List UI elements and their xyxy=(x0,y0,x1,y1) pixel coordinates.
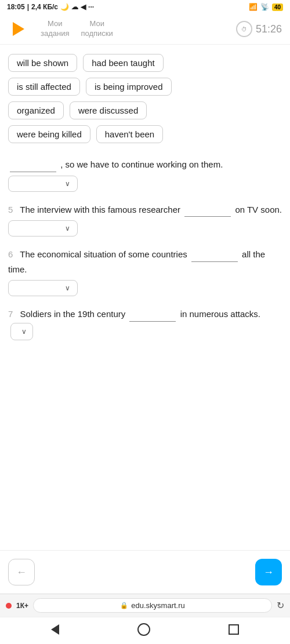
exercise-6-sentence: 6 The economical situation of some count… xyxy=(8,247,282,276)
status-right: 📶 📡 40 xyxy=(249,3,283,11)
exercises-area: , so we have to continue working on them… xyxy=(0,155,290,550)
dropdown-4[interactable]: ∨ xyxy=(8,176,78,192)
reload-button[interactable]: ↻ xyxy=(277,600,284,611)
dropdown-6[interactable]: ∨ xyxy=(8,280,78,296)
chip-will-be-shown[interactable]: will be shown xyxy=(8,54,77,72)
wifi-icon: 📡 xyxy=(260,3,269,11)
network-speed: | xyxy=(27,3,29,11)
app-logo[interactable] xyxy=(8,19,29,39)
my-subs-label: Мои xyxy=(89,19,104,29)
chips-row-4: were being killed haven't been xyxy=(8,125,282,143)
back-button[interactable]: ← xyxy=(8,559,35,585)
exercise-7-sentence: 7 Soldiers in the 19th century in numero… xyxy=(8,307,282,341)
cloud-icon: ☁ xyxy=(71,3,78,11)
exercise-5-number: 5 xyxy=(8,205,13,214)
signal-icon: 📶 xyxy=(249,3,258,11)
dropdown-7[interactable]: ∨ xyxy=(10,323,33,340)
browser-bar: 1К+ 🔒 edu.skysmart.ru ↻ xyxy=(0,594,290,617)
top-nav: Мои задания Мои подписки ⏱ 51:26 xyxy=(0,14,290,45)
exercise-4: , so we have to continue working on them… xyxy=(8,157,282,192)
chip-is-being-improved[interactable]: is being improved xyxy=(86,78,172,96)
recents-square-icon xyxy=(229,624,239,635)
blank-5 xyxy=(184,206,231,217)
android-home-button[interactable] xyxy=(137,623,150,636)
browser-dot xyxy=(6,603,12,609)
url-text: edu.skysmart.ru xyxy=(131,601,184,610)
android-back-button[interactable] xyxy=(51,624,59,635)
my-tasks-link[interactable]: Мои задания xyxy=(41,19,70,39)
chip-is-still-affected[interactable]: is still affected xyxy=(8,78,80,96)
forward-button[interactable]: → xyxy=(255,559,282,585)
exercise-7: 7 Soldiers in the 19th century in numero… xyxy=(8,307,282,341)
forward-arrow-icon: → xyxy=(263,566,274,578)
my-tasks-label2: задания xyxy=(41,29,70,39)
chips-area: will be shown had been taught is still a… xyxy=(0,45,290,155)
exercise-5-text-1: The interview with this famous researche… xyxy=(20,205,180,214)
back-triangle-icon xyxy=(51,624,59,635)
chevron-down-icon-7: ∨ xyxy=(21,326,27,337)
lock-icon: 🔒 xyxy=(120,602,128,609)
exercise-7-text-2: in numerous attacks. xyxy=(180,309,260,319)
time: 18:05 xyxy=(7,3,25,11)
battery-icon: 40 xyxy=(272,3,283,11)
exercise-4-sentence: , so we have to continue working on them… xyxy=(8,157,282,172)
android-recents-button[interactable] xyxy=(229,624,239,635)
chip-were-being-killed[interactable]: were being killed xyxy=(8,125,90,143)
chip-were-discussed[interactable]: were discussed xyxy=(70,101,147,119)
android-nav-bar xyxy=(0,617,290,644)
chevron-down-icon-5: ∨ xyxy=(65,224,70,232)
nav-buttons: ← → xyxy=(0,550,290,594)
chip-havent-been[interactable]: haven't been xyxy=(96,125,163,143)
exercise-4-text: , so we have to continue working on them… xyxy=(60,159,223,169)
my-subscriptions-link[interactable]: Мои подписки xyxy=(81,19,113,39)
timer-icon: ⏱ xyxy=(236,21,252,37)
network-label: 2,4 КБ/с xyxy=(31,3,58,11)
dropdown-5[interactable]: ∨ xyxy=(8,220,78,237)
exercise-7-text-1: Soldiers in the 19th century xyxy=(20,309,126,319)
status-left: 18:05 | 2,4 КБ/с 🌙 ☁ ◀ ··· xyxy=(7,3,94,11)
status-bar: 18:05 | 2,4 КБ/с 🌙 ☁ ◀ ··· 📶 📡 40 xyxy=(0,0,290,14)
exercise-6-text-1: The economical situation of some countri… xyxy=(20,249,187,259)
home-circle-icon xyxy=(137,623,150,636)
exercise-6-number: 6 xyxy=(8,249,13,259)
my-tasks-label: Мои xyxy=(48,19,62,29)
chevron-down-icon-6: ∨ xyxy=(65,284,70,292)
exercise-7-number: 7 xyxy=(8,309,13,319)
timer-value: 51:26 xyxy=(256,23,282,35)
exercise-5-text-2: on TV soon. xyxy=(235,205,282,214)
blank-7 xyxy=(129,311,176,322)
url-bar[interactable]: 🔒 edu.skysmart.ru xyxy=(33,598,272,613)
blank-4 xyxy=(10,162,56,172)
dots-icon: ··· xyxy=(88,3,94,11)
chip-organized[interactable]: organized xyxy=(8,101,64,119)
nav-icon: ◀ xyxy=(81,3,86,11)
play-triangle-icon xyxy=(13,22,24,36)
back-arrow-icon: ← xyxy=(16,566,27,578)
chip-had-been-taught[interactable]: had been taught xyxy=(83,54,163,72)
timer-area: ⏱ 51:26 xyxy=(236,21,282,37)
my-subs-label2: подписки xyxy=(81,29,113,39)
chips-row-3: organized were discussed xyxy=(8,101,282,119)
tab-count-label: 1К+ xyxy=(16,602,28,610)
exercise-5: 5 The interview with this famous researc… xyxy=(8,202,282,237)
chips-row-1: will be shown had been taught xyxy=(8,54,282,72)
exercise-5-sentence: 5 The interview with this famous researc… xyxy=(8,202,282,217)
exercise-6: 6 The economical situation of some count… xyxy=(8,247,282,296)
chips-row-2: is still affected is being improved xyxy=(8,78,282,96)
moon-icon: 🌙 xyxy=(60,3,69,11)
blank-6 xyxy=(191,252,238,262)
chevron-down-icon: ∨ xyxy=(65,180,70,188)
